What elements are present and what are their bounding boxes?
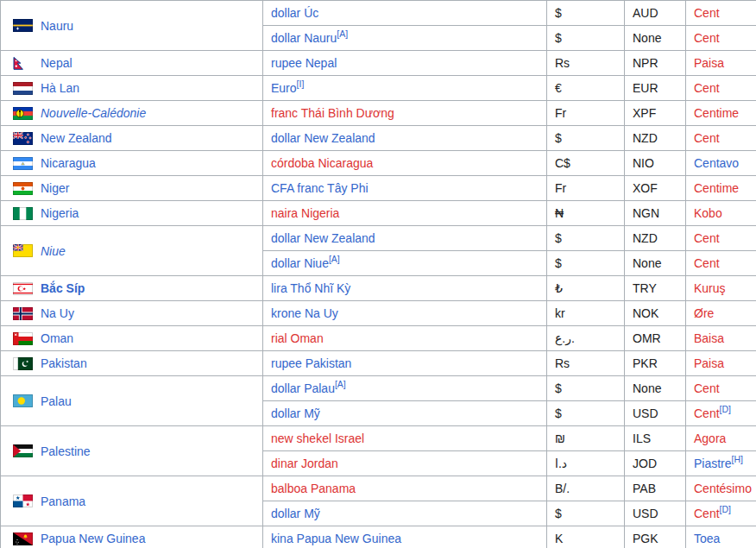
fraction-link[interactable]: Cent (694, 406, 720, 420)
country-link[interactable]: Hà Lan (41, 81, 79, 95)
table-row: New Zealanddollar New Zealand$NZDCent (1, 126, 756, 151)
fraction-link[interactable]: Paisa (694, 56, 724, 70)
symbol-cell: $ (547, 501, 625, 526)
currency-link[interactable]: dollar Mỹ (271, 507, 320, 520)
currency-link[interactable]: córdoba Nicaragua (271, 156, 373, 170)
country-link[interactable]: Palestine (41, 444, 91, 458)
currency-link[interactable]: new shekel Israel (271, 431, 364, 445)
currency-symbol: $ (555, 256, 562, 270)
country-cell: Oman (1, 326, 263, 351)
country-link[interactable]: Pakistan (41, 356, 87, 370)
currency-symbol: د.ا (555, 457, 567, 470)
flag-niger-icon (13, 182, 33, 195)
fraction-link[interactable]: Agora (694, 431, 726, 445)
currency-cell: rupee Pakistan (263, 351, 547, 376)
currency-link[interactable]: dollar Palau (271, 381, 335, 395)
symbol-cell: ر.ع. (547, 326, 625, 351)
country-inner: Nepal (13, 56, 259, 70)
fraction-cell: Centavo (686, 151, 756, 176)
currency-link[interactable]: dollar Úc (271, 6, 318, 20)
country-link[interactable]: Oman (41, 331, 73, 345)
country-link[interactable]: Panama (41, 494, 85, 508)
currency-link[interactable]: dollar New Zealand (271, 231, 375, 245)
footnote-link[interactable]: [A] (335, 379, 346, 389)
code-cell: JOD (625, 451, 686, 476)
flag-netherlands-icon (13, 82, 33, 95)
fraction-link[interactable]: Cent (694, 381, 720, 395)
country-link[interactable]: New Zealand (41, 131, 112, 145)
currency-symbol: $ (555, 231, 562, 245)
currency-link[interactable]: rial Oman (271, 331, 324, 345)
fraction-link[interactable]: Cent (694, 256, 720, 270)
code-cell: XOF (625, 176, 686, 201)
country-link[interactable]: Niger (41, 181, 69, 195)
currency-link[interactable]: franc Thái Bình Dương (271, 106, 394, 120)
fraction-cell: Cent (686, 76, 756, 101)
code-cell: USD (625, 501, 686, 526)
currency-link[interactable]: dollar New Zealand (271, 131, 375, 145)
currency-link[interactable]: lira Thổ Nhĩ Kỳ (271, 281, 350, 295)
currency-link[interactable]: dinar Jordan (271, 457, 338, 470)
currency-link[interactable]: krone Na Uy (271, 306, 338, 320)
currency-symbol: $ (555, 131, 562, 145)
footnote-link[interactable]: [A] (337, 28, 348, 39)
country-link[interactable]: Papua New Guinea (41, 532, 145, 545)
fraction-link[interactable]: Paisa (694, 356, 724, 370)
fraction-link[interactable]: Centime (694, 181, 739, 195)
symbol-cell: ₦ (547, 201, 625, 226)
fraction-cell: Kobo (686, 201, 756, 226)
code-cell: NZD (625, 126, 686, 151)
fraction-link[interactable]: Kuruş (694, 281, 726, 295)
fraction-link[interactable]: Øre (694, 306, 714, 320)
currency-code: EUR (633, 81, 658, 95)
fraction-link[interactable]: Cent (694, 31, 720, 45)
currency-link[interactable]: kina Papua New Guinea (271, 532, 401, 545)
currency-code: AUD (633, 6, 658, 20)
country-link[interactable]: Nepal (41, 56, 72, 70)
currency-link[interactable]: naira Nigeria (271, 206, 339, 220)
currency-link[interactable]: balboa Panama (271, 482, 356, 495)
currency-symbol: $ (555, 507, 562, 520)
currency-link[interactable]: rupee Pakistan (271, 356, 351, 370)
currency-link[interactable]: dollar Mỹ (271, 406, 320, 420)
fraction-link[interactable]: Cent (694, 231, 720, 245)
currency-link[interactable]: CFA franc Tây Phi (271, 181, 369, 195)
code-cell: None (625, 376, 686, 401)
country-link[interactable]: Nouvelle-Calédonie (41, 106, 146, 120)
currency-link[interactable]: dollar Niue (271, 256, 329, 270)
country-link[interactable]: Palau (41, 394, 72, 408)
fraction-link[interactable]: Centavo (694, 156, 739, 170)
country-link[interactable]: Nicaragua (41, 156, 96, 170)
footnote-link[interactable]: [D] (720, 404, 731, 414)
currency-symbol: € (555, 81, 562, 95)
currency-link[interactable]: Euro (271, 81, 297, 95)
currency-link[interactable]: rupee Nepal (271, 56, 337, 70)
currency-link[interactable]: dollar Nauru (271, 31, 337, 45)
country-link[interactable]: Nauru (41, 19, 73, 33)
country-cell: Nouvelle-Calédonie (1, 101, 263, 126)
footnote-link[interactable]: [D] (720, 504, 731, 514)
country-cell: New Zealand (1, 126, 263, 151)
currency-table: Naurudollar Úc$AUDCentdollar Nauru[A]$No… (0, 0, 756, 548)
country-link[interactable]: Na Uy (41, 306, 74, 320)
fraction-link[interactable]: Cent (694, 81, 720, 95)
fraction-link[interactable]: Kobo (694, 206, 722, 220)
fraction-link[interactable]: Cent (694, 507, 720, 520)
fraction-link[interactable]: Centésimo (694, 482, 752, 495)
fraction-link[interactable]: Baisa (694, 331, 724, 345)
country-link[interactable]: Niue (41, 244, 66, 258)
table-row: Hà LanEuro[I]€EURCent (1, 76, 756, 101)
country-link[interactable]: Nigeria (41, 206, 79, 220)
fraction-link[interactable]: Centime (694, 106, 739, 120)
footnote-link[interactable]: [A] (329, 254, 340, 264)
fraction-cell: Cent (686, 126, 756, 151)
fraction-link[interactable]: Toea (694, 532, 720, 545)
fraction-link[interactable]: Cent (694, 131, 720, 145)
currency-code: TRY (633, 281, 657, 295)
footnote-link[interactable]: [H] (732, 454, 743, 464)
footnote-link[interactable]: [I] (297, 79, 305, 89)
flag-niue-icon (13, 244, 33, 257)
country-link[interactable]: Bắc Síp (41, 281, 85, 295)
fraction-link[interactable]: Piastre (694, 457, 732, 470)
fraction-link[interactable]: Cent (694, 6, 720, 20)
